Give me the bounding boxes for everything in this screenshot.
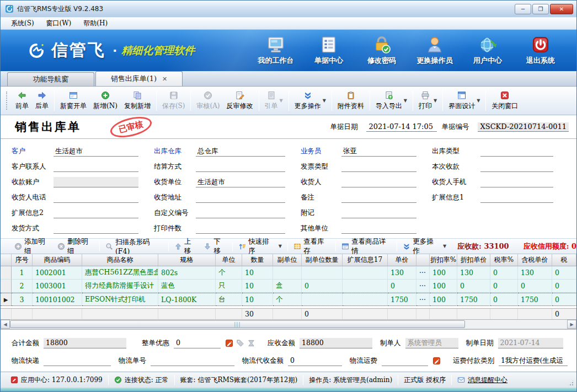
menu-item-2[interactable]: 帮助(H) [77, 18, 114, 29]
toolbar-button-ui-design[interactable]: 界面设计▼ [445, 88, 483, 113]
grid-column-header[interactable]: 税 [552, 254, 576, 266]
detail-button-view-product[interactable]: 查看商品详情 [338, 236, 394, 257]
tab-1[interactable]: 销售出库单(1)✕ [95, 71, 183, 86]
dropdown-arrow-icon[interactable]: ▼ [404, 98, 407, 103]
dropdown-arrow-icon[interactable]: ▼ [434, 98, 437, 103]
form-field[interactable]: 张亚 [341, 146, 416, 157]
scroll-right-button[interactable]: ▶ [567, 320, 576, 329]
form-field[interactable]: 生活超市 [196, 177, 285, 187]
maximize-button[interactable]: ❐ [532, 4, 549, 14]
form-field[interactable] [480, 162, 553, 172]
grid-column-header[interactable]: 序号 [12, 254, 33, 266]
form-field[interactable] [196, 162, 285, 172]
form-field[interactable]: 总仓库 [196, 146, 285, 157]
grid-column-header[interactable]: 商品名称 [82, 254, 158, 266]
toolbar-button-chevrons-down-blue[interactable]: 更多操作▼ [291, 88, 329, 113]
table-row[interactable]: 21003001得力经典防滑握手设计蓝色只10盒00···1000000 [1, 280, 576, 293]
grid-column-header[interactable]: 规格 [158, 254, 216, 266]
detail-button-add-detail[interactable]: 添加明细 [11, 236, 54, 257]
grid-column-header[interactable]: 单价 [388, 254, 416, 266]
grid-column-header[interactable]: 数量 [242, 254, 273, 266]
freight-field[interactable] [382, 356, 428, 366]
banner-nav-workbench-monitor[interactable]: 我的工作台 [253, 35, 298, 66]
grid-column-header[interactable]: 扩展信息17 [343, 254, 388, 266]
toolbar-button-attachment-clipboard[interactable]: 附件资料 [334, 88, 367, 113]
express-field[interactable] [44, 356, 111, 366]
banner-nav-switch-operator-person[interactable]: 更换操作员 [412, 35, 457, 66]
grid-column-header[interactable]: 折扣率% [430, 254, 457, 266]
grid-column-header[interactable]: 税率% [490, 254, 518, 266]
detail-button-quick-sort[interactable]: 快速排序▼ [235, 236, 285, 257]
tab-0[interactable]: 功能导航窗 [7, 72, 94, 86]
menu-item-0[interactable]: 系统(S) [5, 18, 40, 29]
grid-column-header[interactable]: 折扣单价 [457, 254, 490, 266]
form-field[interactable] [341, 223, 416, 234]
dropdown-arrow-icon[interactable]: ▼ [323, 98, 326, 103]
toolbar-button-import-export[interactable]: 导入导出▼ [372, 88, 410, 113]
form-field[interactable] [480, 146, 553, 157]
form-field[interactable] [196, 192, 285, 203]
form-field[interactable] [341, 177, 416, 187]
trackno-field[interactable] [151, 356, 234, 366]
scroll-left-button[interactable]: ◀ [1, 320, 10, 329]
form-field[interactable] [480, 177, 553, 187]
menu-item-1[interactable]: 窗口(W) [40, 18, 78, 29]
discount-edit-icon[interactable] [225, 339, 233, 347]
freight-edit-icon[interactable] [432, 357, 441, 365]
form-field[interactable] [54, 223, 138, 234]
row-selector[interactable] [1, 280, 12, 293]
message-center-link[interactable]: 消息提醒中心 [468, 375, 507, 385]
toolbar-button-add-circle-green[interactable]: 新增(N) [90, 88, 121, 113]
grid-column-header[interactable]: 含税单价 [518, 254, 552, 266]
row-selector[interactable]: ▶ [1, 293, 12, 306]
tab-close-icon[interactable]: ✕ [162, 76, 167, 83]
banner-nav-exit-power[interactable]: 退出系统 [518, 35, 563, 66]
grid-column-header[interactable]: 副单位 [273, 254, 302, 266]
discount-field[interactable]: 0 [174, 338, 221, 348]
minimize-button[interactable]: ─ [515, 4, 531, 14]
toolbar-button-arrow-right-blue[interactable]: 后单 [32, 88, 52, 113]
dropdown-arrow-icon[interactable]: ▼ [279, 244, 282, 249]
toolbar-button-close-red[interactable]: 关闭窗口 [488, 88, 521, 113]
scrollbar-thumb[interactable]: ||| [10, 320, 465, 328]
grid-column-header[interactable]: 单位 [216, 254, 242, 266]
form-field[interactable] [341, 208, 416, 218]
toolbar-button-new-window[interactable]: 新窗开单 [57, 88, 90, 113]
toolbar-button-arrow-left-green[interactable]: 前单 [12, 88, 32, 113]
form-field[interactable] [54, 162, 138, 172]
dropdown-arrow-icon[interactable]: ▼ [477, 98, 480, 103]
form-field[interactable] [54, 208, 138, 218]
form-field[interactable] [480, 192, 553, 203]
freight-type-field[interactable]: 1我方付运费(生成运 [499, 356, 568, 366]
toolbar-button-printer[interactable]: 打印▼ [415, 88, 440, 113]
row-selector[interactable] [1, 266, 12, 280]
form-field[interactable] [196, 208, 285, 218]
banner-nav-user-center-globe[interactable]: 用户中心 [465, 35, 510, 66]
doc-date-field[interactable]: 2021-07-14 17:05 [366, 122, 437, 132]
dropdown-arrow-icon[interactable]: ▼ [443, 244, 446, 249]
form-field[interactable] [341, 162, 416, 172]
grid-column-header[interactable]: 副单位数量 [302, 254, 343, 266]
cod-field[interactable]: 0 [288, 356, 342, 366]
banner-nav-change-password-lock[interactable]: 修改密码 [359, 35, 404, 66]
detail-button-view-stock[interactable]: 查看库存 [290, 236, 333, 257]
grid-column-header[interactable]: 商品编码 [33, 254, 82, 266]
grid-column-header[interactable] [416, 254, 430, 266]
toolbar-button-copy-docs[interactable]: 复制新增 [121, 88, 154, 113]
form-field[interactable] [196, 223, 285, 234]
detail-button-more-ops[interactable]: 更多操作▼ [399, 236, 450, 257]
detail-button-remove-detail[interactable]: 删除明细 [54, 236, 97, 257]
detail-button-move-up[interactable]: 上移 [171, 236, 201, 257]
close-window-button[interactable]: ✕ [550, 4, 573, 14]
form-field[interactable] [341, 192, 416, 203]
remove-detail-icon [57, 243, 65, 250]
form-field[interactable] [54, 192, 138, 203]
banner-nav-document-center[interactable]: 单据中心 [306, 35, 351, 66]
toolbar-button-edit-doc[interactable]: 反审修改 [223, 88, 257, 113]
table-row[interactable]: ▶3100101002EPSON针式打印机LQ-1800K台10个1750···… [1, 293, 576, 306]
table-row[interactable]: 11002001惠普CH561ZZ黑色墨盒802s个10130···100130… [1, 266, 576, 280]
resize-grip[interactable] [567, 379, 574, 386]
detail-button-barcode-scan[interactable]: 扫描条形码(F4) [102, 237, 166, 256]
form-field[interactable]: 生活超市 [54, 146, 138, 157]
detail-button-move-down[interactable]: 下移 [200, 236, 230, 257]
